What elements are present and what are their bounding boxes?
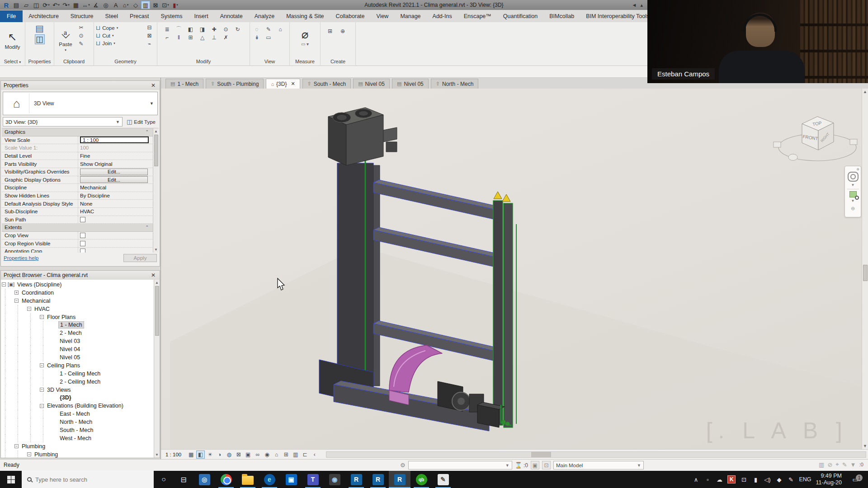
filter-icon[interactable]: ▼ (850, 461, 856, 468)
view-tab--3d-[interactable]: ⌂{3D}✕ (266, 79, 300, 89)
collapse-icon[interactable]: − (27, 307, 31, 311)
view-tab-nivel-05[interactable]: ▤Nivel 05 (353, 79, 390, 89)
taskbar-clock[interactable]: 9:49 PM 11-Aug-20 (816, 473, 842, 486)
trim-extend-icon[interactable]: ⌐ (163, 33, 171, 41)
ribbon-tab-systems[interactable]: Systems (155, 11, 188, 22)
dropbox-icon[interactable]: ◆ (775, 476, 783, 483)
tree-item-nivel-04[interactable]: Nivel 04 (1, 345, 160, 353)
collapse-icon[interactable]: ‹ (310, 450, 319, 459)
close-inactive-views-icon[interactable]: ⊠ (151, 1, 160, 9)
collapse-icon[interactable]: − (14, 299, 19, 303)
collapse-icon[interactable]: − (14, 444, 19, 448)
ribbon-tab-analyze[interactable]: Analyze (249, 11, 280, 22)
scale-icon[interactable]: △ (198, 33, 207, 41)
render-icon[interactable]: ⌂ (276, 25, 285, 33)
tree-item-2-mech[interactable]: 2 - Mech (1, 329, 160, 337)
worksharing-display-icon[interactable]: ▥ (291, 450, 300, 459)
properties-header[interactable]: Properties ✕ (1, 81, 160, 90)
browser-scrollbar[interactable]: ▲ ▼ (154, 280, 160, 458)
krisp-icon[interactable]: K (727, 475, 736, 483)
undo-icon[interactable]: ↶▾ (52, 1, 61, 9)
type-selector[interactable]: ⌂ 3D View ▼ (3, 92, 158, 115)
reveal-hidden-elements-icon[interactable]: ◉ (263, 450, 271, 459)
horizontal-scrollbar[interactable] (326, 451, 866, 458)
section-header-graphics[interactable]: Graphics⌃ (2, 128, 159, 136)
tree-item-east-mech[interactable]: East - Mech (1, 410, 160, 418)
scroll-thumb[interactable] (863, 265, 868, 281)
view-tab-south-mech[interactable]: ⇧South - Mech (302, 79, 351, 89)
constraints-icon[interactable]: ⊏ (301, 450, 309, 459)
crop-region-icon[interactable]: ▣ (244, 450, 252, 459)
properties-palette-icon[interactable]: ▤ (35, 23, 45, 33)
collapse-icon[interactable]: − (40, 388, 44, 392)
camera-icon[interactable]: ◉ (324, 471, 345, 488)
tree-item-floor-plans[interactable]: −Floor Plans (1, 313, 160, 321)
mirror-draw-axis-icon[interactable]: ◨ (198, 25, 207, 33)
tree-item-hvac[interactable]: −HVAC (1, 305, 160, 313)
tag-by-category-icon[interactable]: ◎ (101, 1, 110, 9)
align-icon[interactable]: ≣ (163, 25, 171, 33)
scroll-up-icon[interactable]: ▲ (154, 281, 160, 285)
action-center-icon[interactable]: ▭1 (846, 476, 864, 483)
ribbon-tab-view[interactable]: View (371, 11, 395, 22)
scroll-down-icon[interactable]: ▼ (154, 453, 160, 457)
open-icon[interactable]: ▱ (22, 1, 31, 9)
save-icon[interactable]: ◫ (32, 1, 41, 9)
checkbox[interactable] (80, 217, 85, 222)
ribbon-tab-enscape-[interactable]: Enscape™ (458, 11, 497, 22)
viewports-icon[interactable]: ▭ (264, 33, 273, 41)
move-icon[interactable]: ✚ (210, 25, 218, 33)
scroll-thumb[interactable] (154, 135, 158, 166)
close-icon[interactable]: ⊗ (856, 167, 859, 171)
edge-icon[interactable]: e (259, 471, 280, 488)
print-icon[interactable]: ▦ (71, 1, 80, 9)
demolish-icon[interactable]: ⌁ (145, 40, 154, 47)
ribbon-tab-collaborate[interactable]: Collaborate (330, 11, 371, 22)
tree-item-2-ceiling-mech[interactable]: 2 - Ceiling Mech (1, 378, 160, 386)
active-workset-select[interactable]: ▼ (408, 461, 512, 469)
design-options-button[interactable]: ⊡ (542, 461, 551, 469)
create-similar-icon[interactable]: ⊕ (339, 27, 347, 35)
chevron-down-icon[interactable]: ▼ (851, 199, 855, 203)
offset-icon[interactable]: ⌒ (175, 25, 183, 33)
press-drag-icon[interactable]: ⌖ (835, 461, 839, 468)
aligned-dimension-icon[interactable]: ∡ (91, 1, 100, 9)
ribbon-tab-annotate[interactable]: Annotate (214, 11, 249, 22)
displace-elements-icon[interactable]: ⊞ (282, 450, 290, 459)
steering-wheel-icon[interactable] (848, 172, 859, 182)
tree-item-1-ceiling-mech[interactable]: 1 - Ceiling Mech (1, 370, 160, 378)
checkbox[interactable] (80, 241, 85, 246)
start-button[interactable] (0, 471, 22, 488)
teams-icon[interactable]: T (302, 471, 324, 488)
collapse-icon[interactable]: − (40, 404, 44, 408)
chrome-icon[interactable] (215, 471, 237, 488)
properties-scrollbar[interactable]: ▲▼ (153, 128, 159, 253)
tree-item-3d-views[interactable]: −3D Views (1, 386, 160, 394)
ribbon-tab-bimcollab[interactable]: BIMcollab (543, 11, 580, 22)
volume-icon[interactable]: ◁) (764, 476, 771, 483)
battery-icon[interactable]: ▮ (752, 476, 759, 483)
revit-app-icon[interactable]: R (389, 471, 410, 488)
scroll-up-icon[interactable]: ▲ (153, 129, 159, 133)
drawing-area[interactable]: TOP FRONT RIGHT ⊗ ▼ ▼ ⊖ [. L A B ] (161, 89, 868, 449)
tree-item-coordination[interactable]: +Coordination (1, 289, 160, 297)
cortana-icon[interactable]: ○ (154, 471, 174, 488)
tree-item-south-mech[interactable]: South - Mech (1, 426, 160, 434)
property-input[interactable]: 1 : 100 (80, 136, 149, 143)
collapse-icon[interactable]: − (40, 315, 44, 319)
panel-select-label[interactable]: Select ▾ (0, 58, 25, 66)
tree-item-plumbing[interactable]: −Plumbing (1, 442, 160, 450)
chevron-down-icon[interactable]: ▼ (851, 183, 855, 187)
scroll-down-icon[interactable]: ▼ (153, 248, 159, 252)
tree-item--3d-[interactable]: {3D} (1, 394, 160, 402)
crop-view-icon[interactable]: ⊠ (234, 450, 243, 459)
redo-icon[interactable]: ↷▾ (61, 1, 71, 9)
taskbar-search[interactable] (22, 471, 154, 488)
close-icon[interactable]: ✕ (150, 82, 157, 89)
temporary-view-properties-icon[interactable]: ⌂ (272, 450, 281, 459)
measure-button[interactable]: ⌀ ▭ ▾ (296, 23, 314, 51)
tree-item-west-mech[interactable]: West - Mech (1, 434, 160, 442)
split-element-icon[interactable]: ‖ (175, 33, 183, 41)
array-icon[interactable]: ⊞ (186, 33, 195, 41)
edit-button[interactable]: Edit... (80, 176, 148, 183)
